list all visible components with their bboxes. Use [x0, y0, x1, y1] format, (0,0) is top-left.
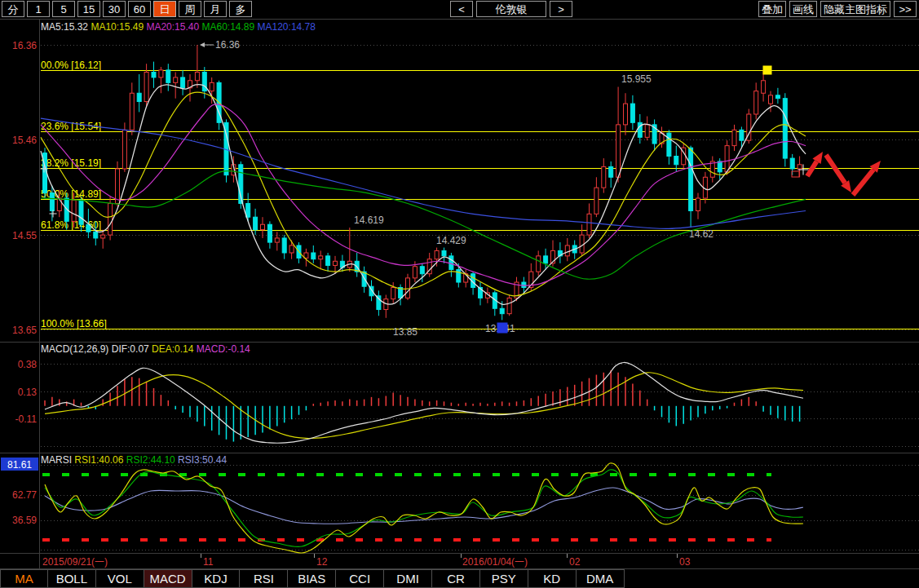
- trading-terminal: 分15153060日周月多 < 伦敦银 > 叠加画线隐藏主图指标>> 16.36…: [0, 0, 919, 588]
- period-button-9[interactable]: 月: [204, 1, 227, 17]
- candle-body: [587, 214, 591, 235]
- tab-bias[interactable]: BIAS: [288, 569, 336, 588]
- candle-body: [79, 201, 83, 225]
- candle-body: [667, 133, 671, 156]
- macd-legend: MACD(12,26,9) DIF:0.07 DEA:0.14 MACD:-0.…: [41, 343, 250, 355]
- hide-main-indicator-button[interactable]: 隐藏主图指标: [820, 1, 890, 17]
- date-label: 12: [316, 556, 328, 568]
- candle-body: [420, 267, 424, 274]
- candle-body: [710, 161, 714, 177]
- candle-body: [565, 245, 569, 256]
- date-label: 2016/01/04(一): [462, 556, 528, 568]
- candle-body: [718, 161, 722, 172]
- main-y-label: 14.55: [12, 230, 37, 241]
- candle-body: [413, 267, 417, 278]
- toolbar: 分15153060日周月多 < 伦敦银 > 叠加画线隐藏主图指标>>: [0, 0, 919, 20]
- candle-body: [790, 158, 794, 169]
- tab-boll[interactable]: BOLL: [48, 569, 96, 588]
- candle-body: [334, 261, 338, 265]
- candle-body: [267, 224, 272, 242]
- period-button-2[interactable]: 1: [27, 1, 50, 17]
- drawn-trend-arrow[interactable]: [826, 155, 845, 183]
- candle-body: [122, 130, 126, 169]
- candle-body: [696, 198, 700, 210]
- candle-body: [101, 235, 105, 238]
- next-symbol-button[interactable]: >: [550, 1, 572, 17]
- candle-body: [159, 70, 163, 77]
- candle-body: [246, 203, 250, 217]
- period-button-3[interactable]: 5: [52, 1, 75, 17]
- main-y-label: 13.65: [12, 325, 37, 336]
- candle-body: [689, 148, 693, 210]
- rsi-legend: MARSI RSI1:40.06 RSI2:44.10 RSI3:50.44: [41, 454, 227, 466]
- candle-body: [537, 256, 541, 272]
- chart-canvas[interactable]: 16.3615.4614.5513.6500.0% [16.12]23.6% […: [0, 0, 919, 588]
- candle-body: [130, 93, 134, 130]
- candle-body: [580, 235, 584, 253]
- candle-body: [674, 157, 678, 165]
- candle-body: [754, 91, 758, 114]
- candle-body: [282, 238, 286, 253]
- tab-cci[interactable]: CCI: [336, 569, 384, 588]
- prev-symbol-button[interactable]: <: [450, 1, 473, 17]
- drawn-trend-arrow[interactable]: [853, 170, 873, 195]
- candle-body: [797, 165, 802, 169]
- tab-cr[interactable]: CR: [432, 569, 480, 588]
- candle-body: [202, 72, 206, 91]
- draw-line-button[interactable]: 画线: [789, 1, 817, 17]
- candle-body: [609, 166, 613, 177]
- tab-macd[interactable]: MACD: [144, 569, 192, 588]
- candle-body: [769, 95, 773, 104]
- candle-body: [166, 70, 170, 82]
- tab-kdj[interactable]: KDJ: [192, 569, 241, 588]
- date-label: 2015/09/21(一): [42, 556, 108, 568]
- high-marker: [763, 66, 772, 75]
- candle-body: [210, 82, 214, 91]
- candle-body: [391, 287, 395, 298]
- fib-label: 00.0% [16.12]: [41, 60, 101, 71]
- dif-line: [45, 362, 803, 443]
- date-label: 11: [203, 556, 214, 568]
- period-button-6[interactable]: 60: [128, 1, 151, 17]
- candle-body: [616, 125, 621, 177]
- tab-dmi[interactable]: DMI: [384, 569, 432, 588]
- period-button-1[interactable]: 分: [2, 1, 24, 17]
- price-box-marker: [792, 171, 799, 177]
- tab-rsi[interactable]: RSI: [240, 569, 288, 588]
- tab-kd[interactable]: KD: [528, 569, 577, 588]
- tab-vol[interactable]: VOL: [96, 569, 144, 588]
- candle-body: [137, 93, 141, 101]
- symbol-button[interactable]: 伦敦银: [476, 1, 546, 17]
- rsi-y-label: 62.77: [12, 489, 37, 501]
- candle-body: [181, 77, 185, 88]
- candle-body: [602, 166, 606, 188]
- period-button-10[interactable]: 多: [229, 1, 252, 17]
- period-button-5[interactable]: 30: [103, 1, 126, 17]
- low-marker: [497, 323, 508, 334]
- candle-body: [261, 224, 265, 229]
- candle-body: [254, 217, 258, 229]
- dea-line: [45, 373, 803, 439]
- period-button-7[interactable]: 日: [153, 1, 176, 17]
- period-button-8[interactable]: 周: [179, 1, 201, 17]
- tab-ma[interactable]: MA: [0, 569, 48, 588]
- tab-dma[interactable]: DMA: [577, 569, 625, 588]
- period-button-4[interactable]: 15: [77, 1, 100, 17]
- price-annotation: 13.85: [393, 326, 418, 338]
- macd-y-label: 0.38: [18, 359, 38, 370]
- candle-body: [304, 253, 308, 258]
- candle-body: [174, 77, 178, 82]
- candle-body: [594, 188, 599, 214]
- candle-body: [116, 169, 120, 203]
- date-label: 02: [569, 556, 581, 568]
- candle-body: [326, 256, 330, 266]
- candle-body: [544, 256, 548, 263]
- macd-y-label: 0.13: [18, 387, 38, 398]
- candle-body: [319, 256, 323, 259]
- overlay-button[interactable]: 叠加: [758, 1, 786, 17]
- more-button[interactable]: >>: [894, 1, 917, 17]
- candle-body: [144, 72, 148, 101]
- candle-body: [275, 238, 279, 242]
- tab-psy[interactable]: PSY: [480, 569, 528, 588]
- candle-body: [195, 72, 199, 80]
